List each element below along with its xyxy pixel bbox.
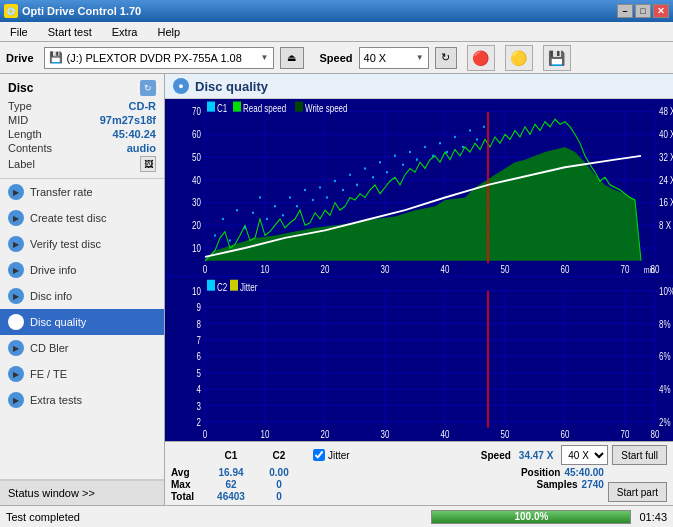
svg-rect-44 (233, 102, 241, 112)
svg-point-84 (483, 126, 485, 129)
svg-point-57 (282, 214, 284, 217)
sidebar-item-verify-test-disc[interactable]: ▶ Verify test disc (0, 231, 164, 257)
disc-mid-key: MID (8, 114, 28, 126)
disc-info-icon: ▶ (8, 288, 24, 304)
svg-text:60: 60 (192, 129, 201, 140)
minimize-button[interactable]: – (617, 4, 633, 18)
stats-total-c1: 46403 (209, 491, 253, 502)
svg-text:5: 5 (197, 366, 201, 379)
disc-length-key: Length (8, 128, 42, 140)
title-bar: 💿 Opti Drive Control 1.70 – □ ✕ (0, 0, 673, 22)
disc-refresh-button[interactable]: ↻ (140, 80, 156, 96)
toolbar-button-3[interactable]: 💾 (543, 45, 571, 71)
close-button[interactable]: ✕ (653, 4, 669, 18)
stats-avg-c2: 0.00 (257, 467, 301, 478)
transfer-rate-icon: ▶ (8, 184, 24, 200)
svg-rect-128 (207, 280, 215, 291)
svg-point-68 (364, 167, 366, 170)
sidebar-item-extra-tests[interactable]: ▶ Extra tests (0, 387, 164, 413)
svg-point-60 (304, 189, 306, 192)
menu-help[interactable]: Help (151, 24, 186, 40)
drive-bar: Drive 💾 (J:) PLEXTOR DVDR PX-755A 1.08 ▼… (0, 42, 673, 74)
disc-quality-icon: ▶ (8, 314, 24, 330)
maximize-button[interactable]: □ (635, 4, 651, 18)
start-full-button[interactable]: Start full (612, 445, 667, 465)
svg-text:50: 50 (501, 264, 510, 275)
sidebar-item-disc-info[interactable]: ▶ Disc info (0, 283, 164, 309)
sidebar-item-transfer-rate[interactable]: ▶ Transfer rate (0, 179, 164, 205)
drive-info-icon: ▶ (8, 262, 24, 278)
svg-text:24 X: 24 X (659, 175, 673, 186)
toolbar-button-2[interactable]: 🟡 (505, 45, 533, 71)
cd-bler-icon: ▶ (8, 340, 24, 356)
sidebar-item-disc-quality[interactable]: ▶ Disc quality (0, 309, 164, 335)
svg-text:Read speed: Read speed (243, 103, 286, 114)
cd-bler-label: CD Bler (30, 342, 69, 354)
svg-text:50: 50 (192, 152, 201, 163)
progress-text: 100.0% (432, 511, 630, 523)
svg-text:10: 10 (261, 428, 270, 441)
svg-text:9: 9 (197, 301, 201, 314)
create-test-disc-label: Create test disc (30, 212, 106, 224)
svg-text:10: 10 (261, 264, 270, 275)
svg-text:20: 20 (321, 264, 330, 275)
sidebar: Disc ↻ Type CD-R MID 97m27s18f Length 45… (0, 74, 165, 505)
svg-text:60: 60 (561, 428, 570, 441)
toolbar-button-1[interactable]: 🔴 (467, 45, 495, 71)
chart2: 10 9 8 7 6 5 4 3 2 10% 8% 6% 4% (165, 277, 673, 441)
disc-label-icon[interactable]: 🖼 (140, 156, 156, 172)
svg-point-53 (252, 211, 254, 214)
svg-text:6: 6 (197, 350, 201, 363)
svg-point-71 (386, 171, 388, 174)
sidebar-item-drive-info[interactable]: ▶ Drive info (0, 257, 164, 283)
start-part-button[interactable]: Start part (608, 482, 667, 502)
drive-dropdown-arrow: ▼ (261, 53, 269, 62)
svg-rect-46 (295, 102, 303, 112)
disc-contents-val: audio (127, 142, 156, 154)
speed-refresh-button[interactable]: ↻ (435, 47, 457, 69)
fe-te-icon: ▶ (8, 366, 24, 382)
svg-point-76 (424, 146, 426, 149)
jitter-checkbox[interactable] (313, 449, 325, 461)
drive-icon: 💾 (49, 51, 63, 64)
svg-text:40: 40 (192, 175, 201, 186)
svg-point-55 (266, 218, 268, 221)
position-label: Position (521, 467, 560, 478)
svg-text:2: 2 (197, 416, 201, 429)
position-value: 45:40.00 (564, 467, 603, 478)
sidebar-nav: ▶ Transfer rate ▶ Create test disc ▶ Ver… (0, 179, 164, 479)
svg-point-52 (244, 227, 246, 230)
svg-text:48 X: 48 X (659, 107, 673, 118)
sidebar-item-cd-bler[interactable]: ▶ CD Bler (0, 335, 164, 361)
svg-point-66 (349, 174, 351, 177)
svg-text:8 X: 8 X (659, 220, 671, 231)
svg-point-61 (312, 199, 314, 202)
stats-avg-label: Avg (171, 467, 205, 478)
menu-extra[interactable]: Extra (106, 24, 144, 40)
status-bar: Test completed 100.0% 01:43 (0, 505, 673, 527)
status-window-button[interactable]: Status window >> (0, 480, 164, 505)
svg-point-79 (446, 151, 448, 154)
sidebar-item-create-test-disc[interactable]: ▶ Create test disc (0, 205, 164, 231)
menu-start-test[interactable]: Start test (42, 24, 98, 40)
svg-point-74 (409, 151, 411, 154)
disc-info-label: Disc info (30, 290, 72, 302)
sidebar-item-fe-te[interactable]: ▶ FE / TE (0, 361, 164, 387)
drive-select[interactable]: 💾 (J:) PLEXTOR DVDR PX-755A 1.08 ▼ (44, 47, 274, 69)
svg-text:30: 30 (381, 264, 390, 275)
eject-button[interactable]: ⏏ (280, 47, 304, 69)
progress-bar: 100.0% (431, 510, 631, 524)
svg-text:0: 0 (203, 264, 207, 275)
svg-point-83 (476, 138, 478, 141)
speed-select[interactable]: 40 X ▼ (359, 47, 429, 69)
svg-text:70: 70 (621, 264, 630, 275)
svg-point-81 (462, 146, 464, 149)
svg-point-80 (454, 136, 456, 139)
svg-text:Jitter: Jitter (240, 280, 258, 293)
speed-dropdown[interactable]: 40 X 32 X 24 X (561, 445, 608, 465)
svg-point-73 (402, 163, 404, 166)
panel-header: ● Disc quality (165, 74, 673, 99)
svg-text:0: 0 (203, 428, 207, 441)
menu-file[interactable]: File (4, 24, 34, 40)
svg-point-70 (379, 161, 381, 164)
